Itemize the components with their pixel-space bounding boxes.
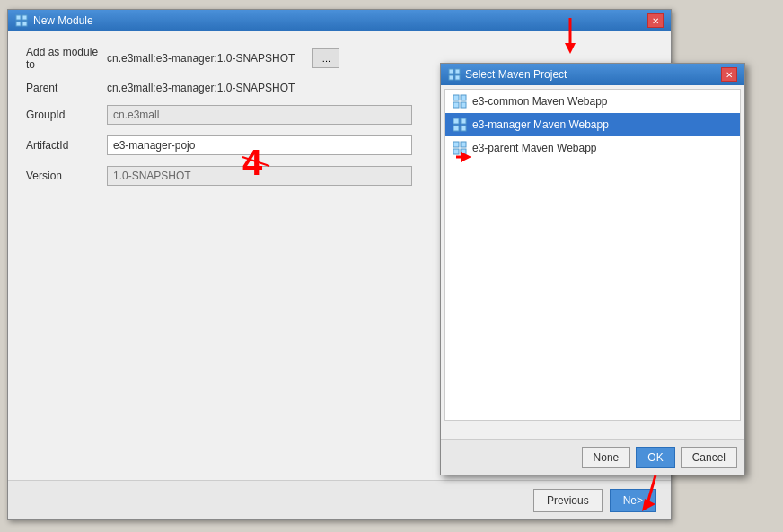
parent-value: cn.e3mall:e3-manager:1.0-SNAPSHOT — [107, 82, 295, 94]
select-maven-dialog: Select Maven Project ✕ e3-common Maven W… — [440, 63, 745, 475]
svg-rect-0 — [16, 15, 21, 20]
svg-rect-1 — [22, 15, 27, 20]
artifactid-label: ArtifactId — [26, 139, 107, 152]
svg-rect-15 — [461, 126, 466, 131]
maven-dialog-footer: None OK Cancel — [441, 439, 744, 475]
svg-rect-13 — [461, 118, 466, 124]
svg-rect-6 — [449, 75, 453, 80]
maven-item-label: e3-manager Maven Webapp — [472, 118, 609, 131]
svg-rect-14 — [453, 126, 459, 131]
add-as-module-value: cn.e3mall:e3-manager:1.0-SNAPSHOT — [107, 52, 295, 65]
version-label: Version — [26, 170, 107, 182]
svg-rect-11 — [461, 102, 466, 108]
maven-item-label: e3-common Maven Webapp — [472, 95, 608, 108]
svg-rect-7 — [455, 75, 460, 80]
cancel-button[interactable]: Cancel — [681, 447, 737, 468]
close-button[interactable]: ✕ — [647, 13, 664, 28]
maven-close-button[interactable]: ✕ — [721, 67, 737, 82]
none-button[interactable]: None — [582, 447, 631, 468]
groupid-label: GroupId — [26, 109, 107, 121]
main-dialog-title: New Module — [33, 14, 93, 27]
maven-dialog-titlebar: Select Maven Project ✕ — [441, 64, 744, 85]
groupid-input[interactable] — [107, 105, 412, 125]
main-dialog-footer: Previous Ne> — [8, 480, 671, 519]
next-button[interactable]: Ne> — [610, 489, 656, 512]
maven-project-icon — [453, 118, 467, 132]
svg-rect-8 — [453, 95, 459, 100]
main-dialog-titlebar: New Module ✕ — [8, 10, 671, 31]
browse-button[interactable]: ... — [312, 48, 339, 68]
previous-button[interactable]: Previous — [533, 489, 603, 512]
maven-dialog-title: Select Maven Project — [465, 68, 567, 81]
list-item[interactable]: e3-common Maven Webapp — [445, 90, 740, 113]
svg-rect-12 — [453, 118, 459, 124]
svg-rect-3 — [22, 22, 27, 26]
titlebar-controls: ✕ — [647, 13, 664, 28]
svg-rect-17 — [461, 142, 466, 147]
svg-rect-18 — [453, 149, 459, 154]
svg-rect-16 — [453, 142, 459, 147]
maven-project-list: e3-common Maven Webapp e3-manager Maven … — [444, 89, 741, 421]
svg-rect-19 — [461, 149, 466, 154]
add-as-module-label: Add as module to — [26, 46, 107, 71]
artifactid-input[interactable] — [107, 135, 412, 155]
ok-button[interactable]: OK — [636, 447, 674, 468]
svg-rect-10 — [453, 102, 459, 108]
list-item[interactable]: e3-parent Maven Webapp — [445, 136, 740, 160]
svg-rect-5 — [455, 69, 460, 74]
maven-item-label: e3-parent Maven Webapp — [472, 142, 597, 154]
svg-rect-4 — [449, 69, 453, 74]
maven-project-icon — [453, 94, 467, 109]
parent-label: Parent — [26, 82, 107, 94]
list-item[interactable]: e3-manager Maven Webapp — [445, 113, 740, 136]
svg-rect-2 — [16, 22, 21, 26]
svg-rect-9 — [461, 95, 466, 100]
maven-dialog-icon — [448, 68, 461, 81]
version-input[interactable] — [107, 166, 412, 186]
module-icon — [15, 14, 28, 27]
maven-project-icon — [453, 141, 467, 155]
